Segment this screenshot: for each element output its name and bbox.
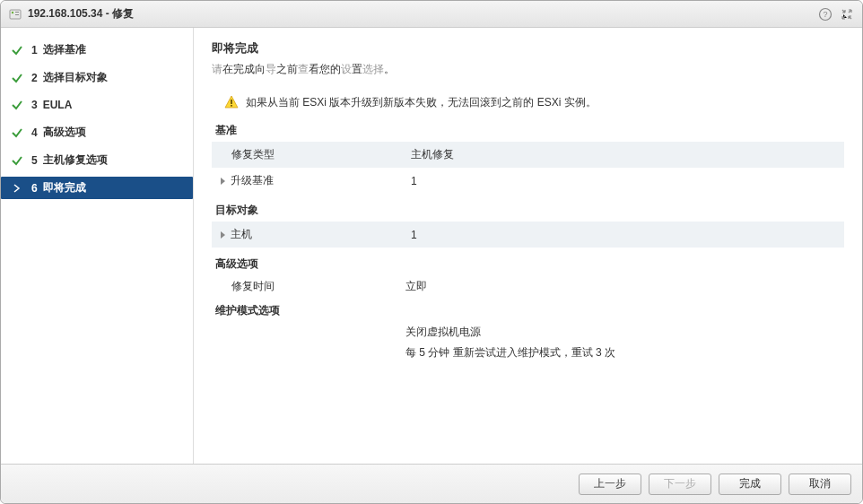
section-target-header: 目标对象 [212, 197, 844, 222]
warning-text: 如果从当前 ESXi 版本升级到新版本失败，无法回滚到之前的 ESXi 实例。 [246, 95, 597, 110]
check-icon [10, 71, 24, 85]
check-icon [10, 153, 24, 168]
check-icon [10, 98, 24, 112]
section-maintenance-header: 维护模式选项 [212, 298, 844, 322]
host-row[interactable]: 主机 [212, 222, 400, 248]
step-eula[interactable]: 3 EULA [1, 94, 193, 116]
remediate-type-label: 修复类型 [212, 142, 400, 168]
chevron-right-icon [10, 181, 24, 196]
step-select-baseline[interactable]: 1 选择基准 [1, 39, 193, 61]
svg-rect-3 [15, 14, 19, 15]
maintenance-line: 关闭虚拟机电源 [405, 322, 844, 343]
maintenance-line: 每 5 分钟 重新尝试进入维护模式，重试 3 次 [405, 343, 844, 363]
maintenance-lines: 关闭虚拟机电源 每 5 分钟 重新尝试进入维护模式，重试 3 次 [212, 322, 844, 363]
check-icon [10, 126, 24, 140]
step-host-remediation[interactable]: 5 主机修复选项 [1, 149, 193, 171]
back-button[interactable]: 上一步 [579, 474, 641, 495]
content-subtitle: 请在完成向导之前查看您的设置选择。 [212, 62, 844, 77]
step-ready-complete[interactable]: 6 即将完成 [1, 177, 193, 199]
content-title: 即将完成 [212, 40, 844, 56]
chevron-right-icon [221, 178, 225, 185]
wizard-sidebar: 1 选择基准 2 选择目标对象 3 EULA 4 高级选项 5 主机修复 [1, 28, 194, 464]
remediate-time-row: 修复时间 立即 [212, 275, 844, 298]
help-icon[interactable]: ? [817, 6, 833, 22]
warning-message: 如果从当前 ESXi 版本升级到新版本失败，无法回滚到之前的 ESXi 实例。 [224, 95, 844, 110]
table-row: 主机 1 [212, 222, 844, 248]
target-table: 主机 1 [212, 222, 844, 248]
svg-rect-7 [231, 105, 232, 107]
next-button: 下一步 [649, 474, 711, 495]
step-select-target[interactable]: 2 选择目标对象 [1, 66, 193, 89]
dialog-title: 192.168.105.34 - 修复 [28, 6, 817, 22]
chevron-right-icon [221, 231, 225, 239]
step-advanced[interactable]: 4 高级选项 [1, 121, 193, 143]
host-count-value: 1 [400, 222, 844, 248]
check-icon [10, 43, 24, 57]
finish-button[interactable]: 完成 [719, 474, 781, 495]
host-icon [8, 7, 22, 22]
remediate-dialog: 192.168.105.34 - 修复 ? 1 [0, 0, 863, 504]
dialog-footer: 上一步 下一步 完成 取消 [1, 464, 862, 503]
wizard-content: 即将完成 请在完成向导之前查看您的设置选择。 如果从当前 ESXi 版本升级到新… [194, 28, 862, 464]
section-baseline-header: 基准 [212, 117, 844, 142]
svg-rect-2 [15, 12, 19, 13]
upgrade-baseline-row[interactable]: 升级基准 [212, 168, 400, 194]
remediate-time-label: 修复时间 [231, 279, 405, 294]
remediate-type-value: 主机修复 [400, 142, 844, 168]
remediate-time-value: 立即 [405, 279, 427, 294]
svg-point-1 [12, 11, 13, 13]
titlebar: 192.168.105.34 - 修复 ? [1, 1, 862, 28]
upgrade-baseline-value: 1 [400, 168, 844, 194]
table-row: 升级基准 1 [212, 168, 844, 194]
warning-icon [224, 95, 239, 109]
expand-icon[interactable] [839, 6, 855, 22]
section-advanced-header: 高级选项 [212, 251, 844, 275]
baseline-table: 修复类型 主机修复 升级基准 1 [212, 142, 844, 194]
svg-text:?: ? [823, 10, 827, 19]
svg-rect-6 [231, 100, 232, 104]
table-row: 修复类型 主机修复 [212, 142, 844, 168]
dialog-body: 1 选择基准 2 选择目标对象 3 EULA 4 高级选项 5 主机修复 [1, 28, 862, 464]
cancel-button[interactable]: 取消 [789, 474, 851, 495]
